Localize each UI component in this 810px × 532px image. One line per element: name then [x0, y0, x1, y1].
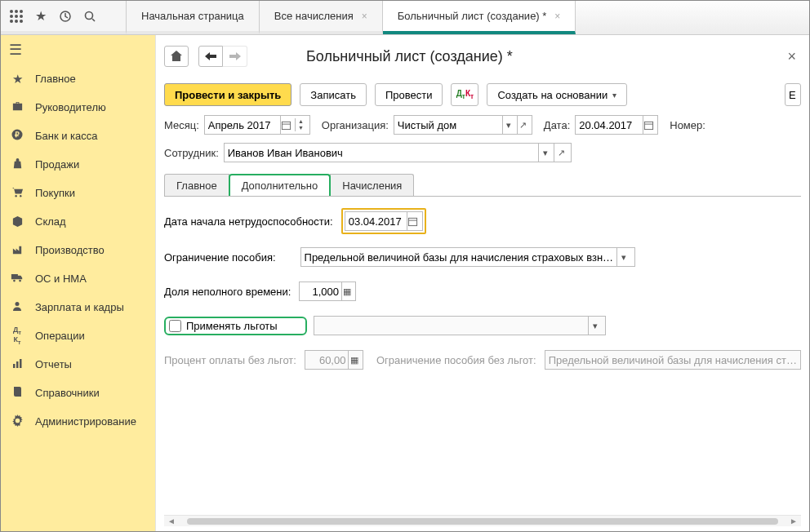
gear-icon [9, 415, 25, 429]
startdate-input[interactable] [349, 215, 404, 228]
nav-back-button[interactable] [198, 46, 223, 67]
briefcase-icon [9, 100, 25, 115]
open-icon[interactable]: ↗ [554, 144, 567, 162]
dtkt-button[interactable]: ДтКт [451, 83, 478, 106]
startdate-field[interactable] [345, 211, 423, 231]
svg-point-8 [20, 20, 23, 23]
dropdown-icon[interactable]: ▾ [502, 116, 514, 134]
month-input[interactable] [208, 119, 278, 131]
sidebar-item-label: Зарплата и кадры [35, 301, 124, 313]
dropdown-icon: ▾ [588, 317, 602, 335]
svg-point-3 [10, 15, 13, 18]
doc-tab-additional[interactable]: Дополнительно [229, 174, 332, 196]
sidebar-toggle[interactable]: ☰ [1, 35, 155, 64]
org-input[interactable] [398, 119, 500, 131]
apps-icon[interactable] [7, 7, 25, 25]
sidebar-item-label: Покупки [35, 187, 75, 199]
chart-icon [9, 357, 25, 371]
dropdown-icon[interactable]: ▾ [538, 144, 551, 162]
save-button[interactable]: Записать [300, 83, 367, 106]
window-tabs: Начальная страница Все начисления× Больн… [127, 1, 809, 34]
sidebar-item-warehouse[interactable]: Склад [1, 207, 155, 236]
employee-input[interactable] [228, 147, 536, 159]
favorites-icon[interactable]: ★ [32, 7, 50, 25]
open-icon[interactable]: ↗ [517, 116, 528, 134]
nav-forward-button[interactable] [223, 46, 247, 67]
sidebar-item-ref[interactable]: Справочники [1, 379, 155, 407]
org-field[interactable]: ▾ ↗ [394, 115, 532, 135]
toolbar: Провести и закрыть Записать Провести ДтК… [164, 82, 801, 107]
scroll-right-icon[interactable]: ► [790, 516, 798, 525]
more-button[interactable]: Е [785, 83, 801, 106]
employee-field[interactable]: ▾ ↗ [224, 143, 572, 162]
doc-tab-label: Дополнительно [242, 180, 318, 192]
search-icon[interactable] [81, 7, 99, 25]
doc-tab-main[interactable]: Главное [164, 174, 229, 196]
apply-benefit-checkbox[interactable] [169, 320, 181, 332]
calendar-icon[interactable] [643, 116, 655, 134]
top-icons-area: ★ [1, 1, 127, 34]
home-button[interactable] [164, 46, 189, 67]
sidebar-item-operations[interactable]: ДтКтОперации [1, 321, 155, 350]
create-based-button[interactable]: Создать на основании [487, 83, 627, 106]
pct-field: ▦ [305, 350, 363, 370]
svg-rect-23 [644, 122, 652, 129]
employee-label: Сотрудник: [164, 147, 219, 159]
share-label: Доля неполного времени: [164, 286, 291, 298]
highlight-applybenefit: Применять льготы [164, 317, 307, 335]
sidebar-item-label: Отчеты [35, 358, 72, 370]
share-field[interactable]: ▦ [299, 282, 356, 301]
svg-point-10 [86, 11, 93, 19]
calendar-icon[interactable] [280, 116, 292, 134]
highlight-startdate [341, 208, 426, 234]
horizontal-scrollbar[interactable]: ◄ ► [164, 515, 801, 526]
calc-icon[interactable]: ▦ [341, 282, 352, 300]
dropdown-icon[interactable]: ▾ [616, 248, 630, 266]
sidebar-item-label: ОС и НМА [35, 273, 87, 285]
close-icon[interactable]: × [362, 11, 367, 22]
tab-home[interactable]: Начальная страница [127, 1, 260, 34]
sidebar-item-manager[interactable]: Руководителю [1, 93, 155, 122]
tab-sickleave[interactable]: Больничный лист (создание) *× [383, 1, 576, 34]
post-button[interactable]: Провести [375, 83, 443, 106]
sidebar-item-sales[interactable]: Продажи [1, 150, 155, 179]
sidebar-item-admin[interactable]: Администрирование [1, 407, 155, 436]
sidebar-item-label: Производство [35, 244, 105, 256]
section-additional: Дата начала нетрудоспособности: Ограниче… [164, 197, 801, 383]
sidebar-item-main[interactable]: ★Главное [1, 64, 155, 93]
sidebar-item-production[interactable]: Производство [1, 236, 155, 264]
sidebar-item-label: Склад [35, 215, 66, 228]
box-icon [9, 215, 25, 229]
sidebar-item-label: Справочники [35, 387, 100, 399]
tab-label: Все начисления [274, 10, 354, 22]
close-icon[interactable]: × [554, 11, 560, 22]
month-spinner[interactable]: ▲▼ [295, 118, 306, 131]
date-input[interactable] [579, 119, 639, 131]
calendar-icon[interactable] [407, 212, 419, 230]
scroll-thumb[interactable] [187, 518, 778, 525]
sidebar-item-label: Продажи [35, 158, 79, 171]
date-field[interactable] [575, 115, 658, 135]
limit-input[interactable] [305, 251, 615, 264]
svg-point-14 [20, 194, 21, 196]
doc-tab-label: Главное [176, 180, 217, 192]
sidebar-item-bank[interactable]: ₽Банк и касса [1, 122, 155, 150]
doc-tab-calcs[interactable]: Начисления [330, 174, 414, 196]
limit-field[interactable]: ▾ [300, 247, 635, 267]
doc-tab-label: Начисления [342, 180, 402, 192]
sidebar-item-label: Руководителю [35, 101, 106, 113]
row-month-org-date: Месяц: ▲▼ Организация: ▾ ↗ Дата: Номер: [164, 115, 801, 135]
sidebar-item-os[interactable]: ОС и НМА [1, 264, 155, 293]
tab-all-calcs[interactable]: Все начисления× [260, 1, 383, 34]
sidebar-item-reports[interactable]: Отчеты [1, 350, 155, 379]
sidebar-item-hr[interactable]: Зарплата и кадры [1, 293, 155, 321]
star-icon: ★ [9, 72, 25, 86]
scroll-left-icon[interactable]: ◄ [167, 516, 176, 525]
sidebar-item-buy[interactable]: Покупки [1, 179, 155, 207]
benefit-input [318, 320, 585, 332]
close-page-button[interactable]: × [782, 48, 801, 65]
post-and-close-button[interactable]: Провести и закрыть [164, 83, 292, 106]
history-icon[interactable] [56, 7, 74, 25]
month-field[interactable]: ▲▼ [204, 115, 310, 135]
share-input[interactable] [303, 286, 339, 298]
